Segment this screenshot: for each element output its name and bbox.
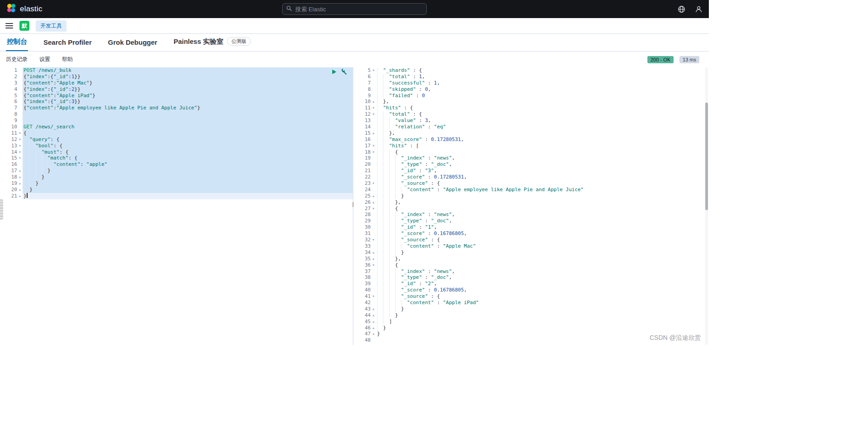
code-line[interactable]: 43▴ } [354,306,709,312]
fold-widget-icon[interactable]: ▾ [371,237,376,243]
code-line[interactable]: 5{"content":"Apple iPad"} [0,93,353,99]
settings-link[interactable]: 设置 [39,56,50,63]
fold-widget-icon[interactable]: ▴ [371,130,376,136]
code-line[interactable]: 10GET /news/_search [0,124,353,130]
code-line[interactable]: 28 "_index" : "news", [354,212,709,218]
code-line[interactable]: 34▴ } [354,249,709,256]
code-line[interactable]: 15▾ "match": { [0,155,353,161]
code-line[interactable]: 11▾ "hits" : { [354,105,709,111]
tab-painless-lab[interactable]: Painless 实验室公测版 [173,37,252,51]
menu-icon[interactable] [5,23,13,28]
fold-widget-icon[interactable]: ▴ [371,193,376,199]
fold-widget-icon[interactable]: ▴ [371,99,376,105]
code-line[interactable]: 9 "failed" : 0 [354,93,709,99]
code-line[interactable]: 4{"index":{"_id":2}} [0,86,353,93]
fold-widget-icon[interactable]: ▴ [17,174,23,180]
code-line[interactable]: 6 "total" : 1, [354,74,709,80]
fold-widget-icon[interactable]: ▾ [17,136,23,143]
fold-widget-icon[interactable]: ▴ [371,249,376,256]
code-line[interactable]: 19▴ } [0,180,353,187]
elastic-logo[interactable]: elastic [6,3,42,15]
code-line[interactable]: 7{"content":"Apple employee like Apple P… [0,105,353,111]
code-line[interactable]: 23▾ "_source" : { [354,180,709,187]
code-line[interactable]: 32▾ "_source" : { [354,237,709,243]
side-widget-handle[interactable] [0,199,3,220]
fold-widget-icon[interactable]: ▴ [17,187,23,193]
fold-widget-icon[interactable]: ▴ [371,306,376,312]
search-input[interactable] [295,6,423,13]
code-line[interactable]: 18▾ { [354,149,709,155]
fold-widget-icon[interactable]: ▾ [371,149,376,155]
code-line[interactable]: 16 "max_score" : 0.17280531, [354,136,709,143]
fold-widget-icon[interactable]: ▴ [371,325,376,331]
tab-grok-debugger[interactable]: Grok Debugger [107,38,158,51]
code-line[interactable]: 3{"content":"Apple Mac"} [0,80,353,86]
code-line[interactable]: 5▾ "_shards" : { [354,67,709,74]
fold-widget-icon[interactable]: ▾ [371,111,376,118]
code-line[interactable]: 24 "content" : "Apple employee like Appl… [354,187,709,193]
code-line[interactable]: 40 "_score" : 0.16786805, [354,287,709,293]
code-line[interactable]: 45▴ ] [354,319,709,325]
tab-search-profiler[interactable]: Search Profiler [42,38,93,51]
code-line[interactable]: 11▾{ [0,130,353,136]
code-line[interactable]: 26▴ }, [354,199,709,206]
fold-widget-icon[interactable]: ▴ [17,193,23,199]
breadcrumb[interactable]: 开发工具 [36,20,66,32]
code-line[interactable]: 29 "_type" : "_doc", [354,218,709,224]
fold-widget-icon[interactable]: ▾ [371,67,376,74]
code-line[interactable]: 30 "_id" : "1", [354,224,709,230]
code-line[interactable]: 46▴ } [354,325,709,331]
code-line[interactable]: 37 "_index" : "news", [354,268,709,275]
code-line[interactable]: 38 "_type" : "_doc", [354,274,709,281]
code-line[interactable]: 6{"index":{"_id":3}} [0,99,353,105]
code-line[interactable]: 14▾ "must": { [0,149,353,155]
history-link[interactable]: 历史记录 [6,56,28,63]
code-line[interactable]: 21 "_id" : "3", [354,168,709,174]
request-options-wrench-icon[interactable] [340,68,347,75]
code-line[interactable]: 20 "_type" : "_doc", [354,161,709,168]
code-line[interactable]: 19 "_index" : "news", [354,155,709,161]
code-line[interactable]: 17▾ "hits" : [ [354,143,709,149]
code-line[interactable]: 2{"index":{"_id":1}} [0,74,353,80]
code-line[interactable]: 1POST /news/_bulk [0,67,353,74]
code-line[interactable]: 12▾ "query": { [0,136,353,143]
code-line[interactable]: 39 "_id" : "2", [354,281,709,287]
space-avatar[interactable]: 默 [19,21,29,31]
code-line[interactable]: 16 "content": "apple" [0,161,353,168]
code-line[interactable]: 41▾ "_source" : { [354,293,709,300]
fold-widget-icon[interactable]: ▴ [371,256,376,262]
fold-widget-icon[interactable]: ▴ [371,331,376,337]
fold-widget-icon[interactable]: ▾ [371,206,376,212]
code-line[interactable]: 44▴ } [354,312,709,319]
code-line[interactable]: 27▾ { [354,206,709,212]
code-line[interactable]: 15▴ }, [354,130,709,136]
fold-widget-icon[interactable]: ▾ [371,293,376,300]
code-line[interactable]: 9 [0,118,353,124]
code-line[interactable]: 8 "skipped" : 0, [354,86,709,93]
response-scrollbar[interactable] [705,67,708,345]
fold-widget-icon[interactable]: ▴ [371,312,376,319]
code-line[interactable]: 12▾ "total" : { [354,111,709,118]
fold-widget-icon[interactable]: ▾ [371,262,376,268]
code-line[interactable]: 31 "_score" : 0.16786805, [354,230,709,237]
code-line[interactable]: 36▾ { [354,262,709,268]
fold-widget-icon[interactable]: ▾ [17,143,23,149]
scrollbar-thumb[interactable] [705,103,708,210]
code-line[interactable]: 21▴} [0,193,353,199]
code-line[interactable]: 17▴ } [0,168,353,174]
tab-console[interactable]: 控制台 [6,38,28,51]
fold-widget-icon[interactable]: ▴ [17,168,23,174]
code-line[interactable]: 33 "content" : "Apple Mac" [354,243,709,249]
fold-widget-icon[interactable]: ▾ [17,155,23,161]
code-line[interactable]: 7 "successful" : 1, [354,80,709,86]
fold-widget-icon[interactable]: ▾ [17,149,23,155]
code-line[interactable]: 20▴ } [0,187,353,193]
fold-widget-icon[interactable]: ▾ [371,143,376,149]
code-line[interactable]: 8 [0,111,353,118]
fold-widget-icon[interactable]: ▾ [371,105,376,111]
code-line[interactable]: 13 "value" : 3, [354,118,709,124]
code-line[interactable]: 35▴ }, [354,256,709,262]
fold-widget-icon[interactable]: ▾ [371,180,376,187]
help-link[interactable]: 帮助 [62,56,73,63]
fold-widget-icon[interactable]: ▴ [371,199,376,206]
